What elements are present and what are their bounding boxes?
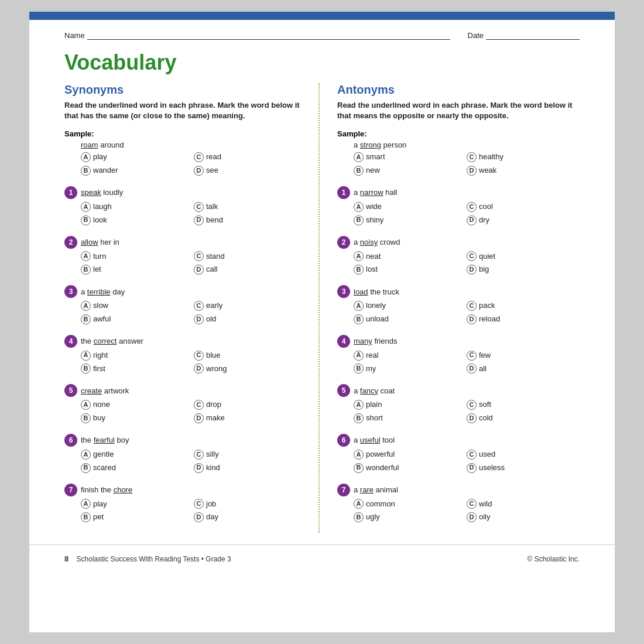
aq5-badge: 5: [337, 384, 350, 397]
antonyms-sample-answers: Asmart Chealthy Bnew Dweak: [354, 151, 580, 177]
circle-a: A: [354, 301, 364, 311]
circle-a: A: [81, 499, 91, 509]
answer-item: Aplay: [81, 498, 194, 511]
answer-text: see: [206, 165, 218, 177]
antonyms-q5: 5 a fancy coat Aplain Csoft Bshort Dcold: [337, 384, 580, 424]
antonyms-q1: 1 a narrow hall Awide Ccool Bshiny Ddry: [337, 186, 580, 227]
answer-text: dry: [479, 214, 489, 227]
answer-text: scared: [93, 462, 116, 474]
answer-text: reload: [479, 313, 500, 326]
page: Name Date Vocabulary Synonyms Read the u…: [29, 12, 615, 632]
answer-text: plain: [366, 399, 382, 411]
answer-text: drop: [206, 399, 221, 411]
answer-item: Doily: [467, 511, 580, 523]
answer-text: wonderful: [366, 462, 399, 474]
answer-item: Bscared: [81, 462, 194, 474]
answer-text: look: [93, 214, 107, 227]
answer-text: wide: [366, 201, 382, 213]
circle-d: D: [194, 314, 204, 324]
answer-item: D see: [194, 165, 307, 177]
circle-c: C: [194, 400, 204, 410]
aq6-answers: Apowerful Cused Bwonderful Duseless: [354, 448, 580, 474]
circle-a: A: [354, 351, 364, 361]
q7-badge: 7: [64, 484, 77, 496]
circle-b: B: [81, 166, 91, 176]
answer-item: Aright: [81, 350, 194, 362]
circle-c: C: [467, 152, 477, 162]
answer-item: Cstand: [194, 251, 307, 263]
synonyms-column: Synonyms Read the underlined word in eac…: [64, 83, 320, 533]
aq5-phrase: 5 a fancy coat: [337, 384, 580, 397]
circle-c: C: [194, 202, 204, 212]
answer-text: weak: [479, 165, 496, 177]
answer-item: Cquiet: [467, 251, 580, 263]
circle-d: D: [194, 413, 204, 423]
answer-text: pet: [93, 511, 104, 523]
q6-text: the fearful boy: [81, 436, 129, 444]
synonyms-instructions: Read the underlined word in each phrase.…: [64, 100, 307, 121]
answer-item: Dcall: [194, 263, 307, 276]
circle-c: C: [194, 499, 204, 509]
circle-c: C: [194, 152, 204, 162]
circle-a: A: [81, 450, 91, 460]
main-content: Vocabulary Synonyms Read the underlined …: [29, 44, 615, 533]
antonyms-instructions: Read the underlined word in each phrase.…: [337, 100, 580, 121]
answer-text: wild: [479, 498, 492, 511]
answer-text: wander: [93, 165, 118, 177]
circle-d: D: [467, 314, 477, 324]
q5-answers: Anone Cdrop Bbuy Dmake: [81, 399, 307, 424]
aq7-badge: 7: [337, 484, 350, 496]
synonyms-q4: 4 the correct answer Aright Cblue Bfirst…: [64, 335, 307, 375]
answer-item: Aplain: [354, 399, 467, 411]
circle-a: A: [81, 251, 91, 261]
footer: 8 Scholastic Success With Reading Tests …: [29, 544, 615, 563]
circle-a: A: [81, 202, 91, 212]
aq3-badge: 3: [337, 285, 350, 298]
answer-text: silly: [206, 448, 219, 461]
answer-text: useless: [479, 462, 505, 474]
circle-a: A: [354, 152, 364, 162]
answer-item: Dkind: [194, 462, 307, 474]
circle-b: B: [354, 512, 364, 522]
book-title: Scholastic Success With Reading Tests • …: [77, 555, 231, 563]
answer-item: Cblue: [194, 350, 307, 362]
circle-a: A: [354, 251, 364, 261]
answer-item: Bfirst: [81, 363, 194, 375]
name-label: Name: [64, 31, 85, 40]
aq6-text: a useful tool: [354, 436, 395, 444]
answer-item: Ccool: [467, 201, 580, 213]
answer-item: Dwrong: [194, 363, 307, 375]
q7-answers: Aplay Cjob Bpet Dday: [81, 498, 307, 524]
circle-b: B: [354, 364, 364, 374]
date-line: [486, 30, 580, 40]
answer-text: make: [206, 412, 225, 424]
q3-phrase: 3 a terrible day: [64, 285, 307, 298]
answer-text: quiet: [479, 251, 495, 263]
aq5-text: a fancy coat: [354, 386, 395, 395]
aq3-answers: Alonely Cpack Bunload Dreload: [354, 300, 580, 326]
aq3-text: load the truck: [354, 287, 399, 296]
q2-phrase: 2 allow her in: [64, 236, 307, 249]
synonyms-q7: 7 finish the chore Aplay Cjob Bpet Dday: [64, 484, 307, 524]
q1-text: speak loudly: [81, 188, 123, 197]
antonyms-sample: Sample: a strong person Asmart Chealthy …: [337, 129, 580, 177]
circle-c: C: [467, 499, 477, 509]
answer-text: bend: [206, 214, 223, 227]
answer-text: wrong: [206, 363, 227, 375]
q6-phrase: 6 the fearful boy: [64, 434, 307, 447]
circle-b: B: [354, 413, 364, 423]
answer-text: new: [366, 165, 380, 177]
antonyms-sample-text: a strong person: [354, 141, 406, 149]
answer-item: Blook: [81, 214, 194, 227]
answer-text: turn: [93, 251, 106, 263]
q4-badge: 4: [64, 335, 77, 348]
footer-copyright: © Scholastic Inc.: [527, 555, 580, 563]
aq3-phrase: 3 load the truck: [337, 285, 580, 298]
circle-c: C: [467, 400, 477, 410]
circle-d: D: [467, 413, 477, 423]
q5-phrase: 5 create artwork: [64, 384, 307, 397]
aq1-answers: Awide Ccool Bshiny Ddry: [354, 201, 580, 227]
answer-item: Ddry: [467, 214, 580, 227]
circle-d: D: [467, 512, 477, 522]
answer-item: Cearly: [194, 300, 307, 312]
